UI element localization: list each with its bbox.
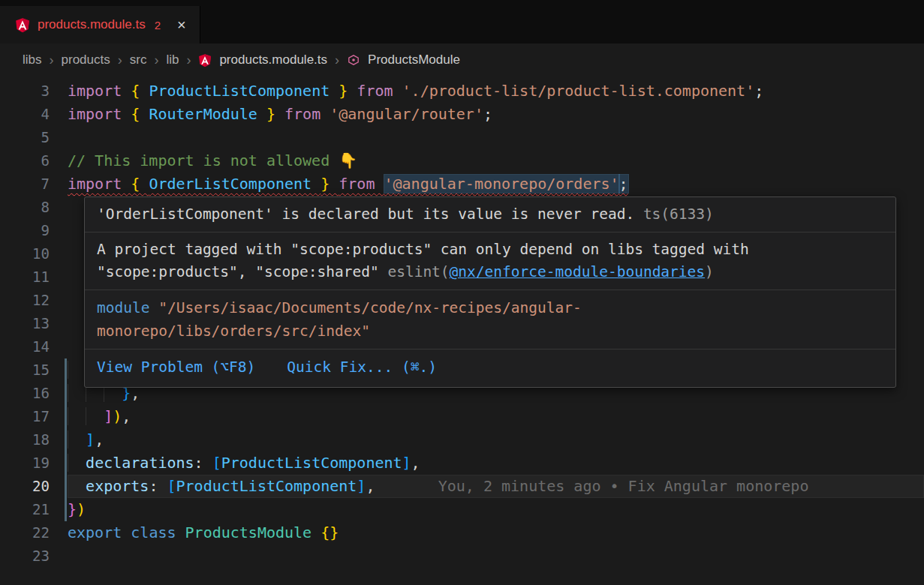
code-token: ProductListComponent xyxy=(221,454,402,472)
line-number: 8 xyxy=(0,196,50,219)
eslint-rule-link[interactable]: @nx/enforce-module-boundaries xyxy=(450,263,705,280)
code-token: // This import is not allowed 👇 xyxy=(68,152,357,170)
problem-hover-popup: 'OrderListComponent' is declared but its… xyxy=(84,196,896,388)
breadcrumb-separator: › xyxy=(335,52,339,68)
git-blame-annotation: You, 2 minutes ago • Fix Angular monorep… xyxy=(438,477,809,495)
code-line-17[interactable]: ]), xyxy=(68,405,924,428)
view-problem-action[interactable]: View Problem (⌥F8) xyxy=(97,356,255,379)
ts-diagnostic-code: ts(6133) xyxy=(643,206,714,223)
code-token: export xyxy=(68,524,131,542)
ts-diagnostic: 'OrderListComponent' is declared but its… xyxy=(85,197,895,232)
code-token xyxy=(149,299,158,316)
hover-status-bar: View Problem (⌥F8) Quick Fix... (⌘.) xyxy=(85,350,895,387)
line-number: 3 xyxy=(0,80,50,103)
code-token: '@angular/router' xyxy=(330,105,483,123)
code-token: {} xyxy=(321,524,339,542)
code-token: ) xyxy=(113,407,122,425)
line-number: 14 xyxy=(0,335,50,358)
line-number: 21 xyxy=(0,498,50,521)
code-token: module xyxy=(97,299,149,316)
code-token: [ xyxy=(212,454,221,472)
code-token: ] xyxy=(357,477,366,495)
angular-icon xyxy=(198,53,212,67)
code-token: : xyxy=(149,477,167,495)
code-token: , xyxy=(411,454,420,472)
code-line-6[interactable]: // This import is not allowed 👇 xyxy=(68,149,924,172)
code-line-5[interactable] xyxy=(68,126,924,149)
code-line-4[interactable]: import { RouterModule } from '@angular/r… xyxy=(68,103,924,126)
line-number: 16 xyxy=(0,382,50,405)
code-token: { xyxy=(131,82,149,100)
code-line-18[interactable]: ], xyxy=(68,428,924,452)
line-number: 18 xyxy=(0,428,50,452)
line-number: 9 xyxy=(0,219,50,242)
indent-whitespace xyxy=(68,430,86,448)
code-token: ; xyxy=(619,175,628,193)
tab-bar: products.module.ts 2 × xyxy=(0,0,924,44)
close-tab-icon[interactable]: × xyxy=(177,17,186,32)
code-token: : xyxy=(194,454,212,472)
vscode-window: products.module.ts 2 × libs › products ›… xyxy=(0,0,924,585)
module-symbol-icon xyxy=(347,53,360,67)
code-token: from xyxy=(339,175,384,193)
module-code-line: module "/Users/isaac/Documents/code/nx-r… xyxy=(97,296,883,320)
breadcrumb-item-file[interactable]: products.module.ts xyxy=(219,52,327,68)
code-token: import xyxy=(68,105,131,123)
code-line-7[interactable]: import { OrderListComponent } from '@ang… xyxy=(68,172,924,196)
breadcrumb-item-products[interactable]: products xyxy=(62,52,110,68)
code-token: '@angular-monorepo/orders' xyxy=(384,175,619,193)
code-token: import xyxy=(68,175,131,193)
code-line-23[interactable] xyxy=(68,544,924,568)
code-token: ] xyxy=(402,454,411,472)
code-token: { xyxy=(131,105,149,123)
code-token: from xyxy=(284,105,330,123)
code-token: monorepo/libs/orders/src/index" xyxy=(97,322,370,340)
code-token: ] xyxy=(104,407,113,425)
indent-whitespace xyxy=(68,407,104,425)
breadcrumb-separator: › xyxy=(50,52,54,68)
code-line-21[interactable]: }) xyxy=(68,498,924,521)
code-token: } xyxy=(339,82,357,100)
breadcrumb-separator: › xyxy=(186,52,191,68)
code-token xyxy=(257,105,266,123)
line-number: 19 xyxy=(0,452,50,475)
breadcrumb-separator: › xyxy=(154,52,158,68)
breadcrumb-item-libs[interactable]: libs xyxy=(23,52,42,68)
angular-icon xyxy=(15,17,30,32)
code-line-20[interactable]: exports: [ProductListComponent],You, 2 m… xyxy=(68,475,924,498)
code-token: ProductListComponent xyxy=(176,477,357,495)
line-number: 12 xyxy=(0,289,50,312)
code-line-3[interactable]: import { ProductListComponent } from './… xyxy=(68,80,924,103)
code-line-22[interactable]: export class ProductsModule {} xyxy=(68,521,924,544)
code-token: "/Users/isaac/Documents/code/nx-recipes/… xyxy=(158,299,582,316)
eslint-diagnostic: A project tagged with "scope:products" c… xyxy=(85,232,895,290)
tab-title: products.module.ts xyxy=(38,17,146,32)
line-number: 6 xyxy=(0,149,50,172)
code-token xyxy=(312,524,321,542)
indent-whitespace xyxy=(68,454,86,472)
line-number: 13 xyxy=(0,312,50,335)
breadcrumb-item-lib[interactable]: lib xyxy=(166,52,179,68)
code-token: OrderListComponent xyxy=(149,175,312,193)
code-token: ) xyxy=(77,500,86,518)
tab-products-module-ts[interactable]: products.module.ts 2 × xyxy=(0,6,200,44)
line-number: 20 xyxy=(0,475,50,498)
code-token: ; xyxy=(754,82,763,100)
line-number: 5 xyxy=(0,126,50,149)
quick-fix-action[interactable]: Quick Fix... (⌘.) xyxy=(287,356,437,379)
code-token: ; xyxy=(483,105,492,123)
code-token: } xyxy=(68,500,77,518)
code-token: } xyxy=(321,175,339,193)
code-token: from xyxy=(357,82,402,100)
code-token: import xyxy=(68,82,131,100)
code-line-19[interactable]: declarations: [ProductListComponent], xyxy=(68,452,924,475)
editor: 34567891011121314151617181920212223 impo… xyxy=(0,76,924,585)
gutter: 34567891011121314151617181920212223 xyxy=(0,80,68,585)
code-token: ProductListComponent xyxy=(149,82,330,100)
code-token: exports xyxy=(86,477,149,495)
code-token xyxy=(330,82,339,100)
breadcrumb-item-src[interactable]: src xyxy=(130,52,147,68)
breadcrumb-item-symbol[interactable]: ProductsModule xyxy=(368,52,460,68)
breadcrumb-separator: › xyxy=(118,52,122,68)
module-path-code: module "/Users/isaac/Documents/code/nx-r… xyxy=(85,290,895,350)
